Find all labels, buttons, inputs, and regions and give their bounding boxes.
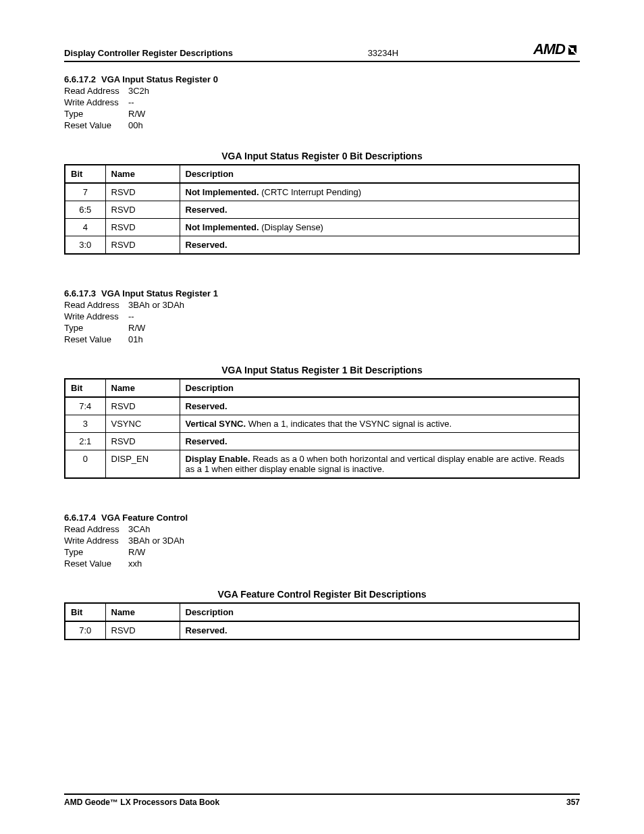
header-docnum: 33234H <box>368 48 399 58</box>
prop-type: TypeR/W <box>64 323 580 333</box>
footer-title: AMD Geode™ LX Processors Data Book <box>64 798 219 807</box>
prop-write-address: Write Address3BAh or 3DAh <box>64 536 580 546</box>
table-row: 7:0RSVDReserved. <box>65 621 579 640</box>
header-title: Display Controller Register Descriptions <box>64 48 233 58</box>
col-name: Name <box>105 165 180 183</box>
prop-reset-value: Reset Valuexxh <box>64 558 580 569</box>
col-bit: Bit <box>65 603 105 621</box>
bit-description-table: Bit Name Description 7:4RSVDReserved. 3V… <box>64 378 580 479</box>
col-name: Name <box>105 603 180 621</box>
brand-arrow-icon <box>566 43 580 55</box>
prop-read-address: Read Address3C2h <box>64 86 580 96</box>
table-row: 3VSYNCVertical SYNC. When a 1, indicates… <box>65 415 579 433</box>
section-number: 6.6.17.3 <box>64 288 96 298</box>
brand-logo: AMD <box>533 41 580 58</box>
section-6-6-17-4: 6.6.17.4VGA Feature Control Read Address… <box>64 513 580 640</box>
table-title: VGA Feature Control Register Bit Descrip… <box>64 589 580 600</box>
section-title: VGA Input Status Register 0 <box>101 74 218 84</box>
table-row: 6:5RSVDReserved. <box>65 201 579 219</box>
table-title: VGA Input Status Register 0 Bit Descript… <box>64 151 580 161</box>
col-name: Name <box>105 379 180 397</box>
prop-write-address: Write Address-- <box>64 97 580 107</box>
footer-page-number: 357 <box>566 798 580 807</box>
page-footer: AMD Geode™ LX Processors Data Book 357 <box>64 793 580 807</box>
section-number: 6.6.17.4 <box>64 513 96 523</box>
prop-reset-value: Reset Value00h <box>64 120 580 130</box>
prop-reset-value: Reset Value01h <box>64 334 580 344</box>
section-6-6-17-3: 6.6.17.3VGA Input Status Register 1 Read… <box>64 288 580 479</box>
col-description: Description <box>180 379 579 397</box>
prop-type: TypeR/W <box>64 109 580 119</box>
section-heading: 6.6.17.4VGA Feature Control <box>64 513 580 523</box>
table-row: 0DISP_ENDisplay Enable. Reads as a 0 whe… <box>65 450 579 479</box>
prop-read-address: Read Address3BAh or 3DAh <box>64 300 580 310</box>
section-6-6-17-2: 6.6.17.2VGA Input Status Register 0 Read… <box>64 74 580 255</box>
bit-description-table: Bit Name Description 7:0RSVDReserved. <box>64 602 580 640</box>
table-row: 4RSVDNot Implemented. (Display Sense) <box>65 219 579 236</box>
bit-description-table: Bit Name Description 7RSVDNot Implemente… <box>64 164 580 255</box>
section-heading: 6.6.17.2VGA Input Status Register 0 <box>64 74 580 84</box>
col-description: Description <box>180 603 579 621</box>
col-description: Description <box>180 165 579 183</box>
section-heading: 6.6.17.3VGA Input Status Register 1 <box>64 288 580 298</box>
prop-type: TypeR/W <box>64 547 580 557</box>
section-number: 6.6.17.2 <box>64 74 96 84</box>
col-bit: Bit <box>65 165 105 183</box>
table-row: 2:1RSVDReserved. <box>65 433 579 450</box>
table-row: 3:0RSVDReserved. <box>65 236 579 255</box>
table-row: 7RSVDNot Implemented. (CRTC Interrupt Pe… <box>65 183 579 201</box>
table-row: 7:4RSVDReserved. <box>65 397 579 415</box>
prop-read-address: Read Address3CAh <box>64 524 580 534</box>
prop-write-address: Write Address-- <box>64 311 580 321</box>
table-title: VGA Input Status Register 1 Bit Descript… <box>64 365 580 375</box>
brand-text: AMD <box>533 41 565 58</box>
col-bit: Bit <box>65 379 105 397</box>
page-header: Display Controller Register Descriptions… <box>64 41 580 62</box>
section-title: VGA Input Status Register 1 <box>101 288 218 298</box>
section-title: VGA Feature Control <box>101 513 188 523</box>
